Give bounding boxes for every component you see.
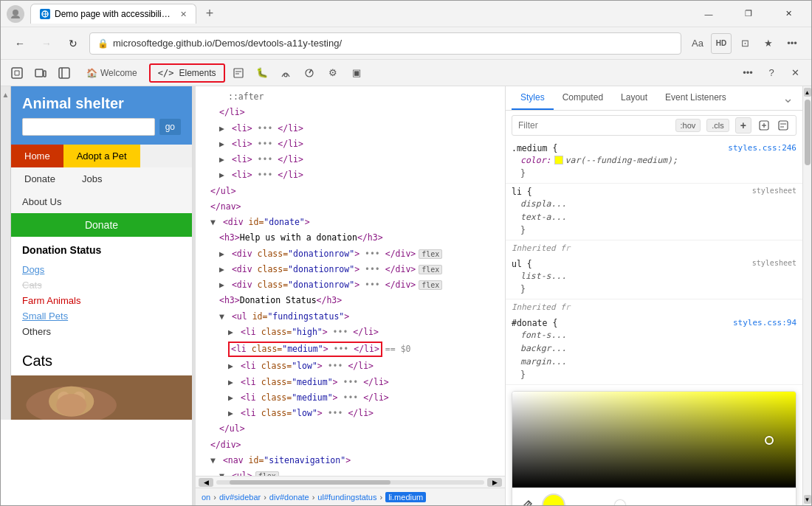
settings-tab[interactable]: ⚙ xyxy=(323,63,343,83)
search-input[interactable] xyxy=(22,118,155,136)
tab-welcome[interactable]: 🏠 Welcome xyxy=(78,63,146,83)
profile-avatar[interactable] xyxy=(7,5,24,23)
style-rule-ul: ul { stylesheet list-s... } xyxy=(506,256,802,299)
vertical-scrollbar[interactable]: ▲ ▼ xyxy=(802,86,811,505)
color-gradient[interactable] xyxy=(512,392,796,488)
cats-title: Cats xyxy=(11,347,192,375)
computed-style-icon[interactable] xyxy=(777,119,790,132)
color-controls: #ffff00 HEX ▲ ▼ xyxy=(512,488,796,505)
tab-event-listeners[interactable]: Event Listeners xyxy=(656,86,735,110)
horizontal-scrollbar[interactable]: ◀ ▶ xyxy=(196,476,505,488)
rule-property: backgr... xyxy=(512,342,796,355)
new-style-rule-icon[interactable] xyxy=(757,119,771,132)
devtools-right-icons: ••• ? ✕ xyxy=(737,63,805,83)
more-tools-tab[interactable]: ▣ xyxy=(346,63,367,83)
svg-point-0 xyxy=(13,10,18,15)
nav-home[interactable]: Home xyxy=(11,145,63,167)
browser-tab[interactable]: Demo page with accessibility issu ✕ xyxy=(30,4,196,24)
svg-rect-2 xyxy=(12,68,22,78)
breadcrumb-fundingstatus[interactable]: ul#fundingstatus xyxy=(317,493,376,502)
html-line: </li> xyxy=(196,105,505,120)
network-tab[interactable] xyxy=(275,63,296,83)
rule-closing: } xyxy=(512,283,796,296)
hd-button[interactable]: HD xyxy=(711,33,732,54)
cats-section: Cats xyxy=(11,347,192,420)
help-button[interactable]: ? xyxy=(761,63,782,83)
tab-title: Demo page with accessibility issu xyxy=(55,9,173,19)
styles-filter-bar: :hov .cls + xyxy=(512,115,796,136)
html-line: </ul> xyxy=(196,421,505,437)
pseudo-cls-button[interactable]: .cls xyxy=(706,119,729,132)
forward-button[interactable]: → xyxy=(36,33,57,54)
maximize-button[interactable]: ❐ xyxy=(732,1,765,27)
html-line: </div> xyxy=(196,437,505,453)
donate-banner[interactable]: Donate xyxy=(11,213,192,237)
expand-icon[interactable]: ⌄ xyxy=(780,86,796,110)
tab-computed[interactable]: Computed xyxy=(554,86,612,110)
html-line: ▶ <li> ••• </li> xyxy=(196,152,505,167)
tab-bar: Demo page with accessibility issu ✕ + xyxy=(30,4,692,24)
html-line: ▶ <li class="low"> ••• </li> xyxy=(196,406,505,421)
tab-close-btn[interactable]: ✕ xyxy=(180,10,187,19)
inspect-element-tool[interactable] xyxy=(7,63,27,83)
svg-line-24 xyxy=(527,502,530,505)
elements-icon: </> xyxy=(158,68,174,78)
rule-source[interactable]: styles.css:246 xyxy=(728,143,796,153)
new-tab-button[interactable]: + xyxy=(199,4,220,24)
close-button[interactable]: ✕ xyxy=(771,1,805,27)
nav-donate[interactable]: Donate xyxy=(11,167,69,190)
tab-styles[interactable]: Styles xyxy=(512,86,554,110)
nav-right-buttons: Aa HD ⊡ ★ ••• xyxy=(687,33,802,54)
rule-source[interactable]: stylesheet xyxy=(752,187,796,197)
styles-filter-input[interactable] xyxy=(518,120,670,131)
tab-layout[interactable]: Layout xyxy=(612,86,656,110)
html-line: ▼ <nav id="sitenavigation"> xyxy=(196,453,505,468)
close-devtools-button[interactable]: ✕ xyxy=(785,63,805,83)
selector-text: #donate { xyxy=(512,318,557,328)
refresh-button[interactable]: ↻ xyxy=(63,33,83,54)
address-bar[interactable]: 🔒 microsoftedge.github.io/Demos/devtools… xyxy=(89,32,681,55)
html-line: ▼ <div id="donate"> xyxy=(196,215,505,230)
pseudo-hov-button[interactable]: :hov xyxy=(675,119,701,132)
split-view-button[interactable]: ⊡ xyxy=(734,33,755,54)
breadcrumb-donate[interactable]: div#donate xyxy=(269,493,309,502)
search-button[interactable]: go xyxy=(159,119,181,135)
tab-favicon xyxy=(40,9,50,19)
html-line: ▶ <div class="donationrow"> ••• </div>fl… xyxy=(196,246,505,262)
funding-item-small: Small Pets xyxy=(22,308,181,324)
reader-mode-button[interactable]: Aa xyxy=(687,33,708,54)
selector-text: .medium { xyxy=(512,143,557,153)
title-bar-left xyxy=(7,5,24,23)
elements-tree[interactable]: ::after </li> ▶ <li> ••• </li> ▶ <li> ••… xyxy=(196,86,505,476)
debug-tab[interactable]: 🐛 xyxy=(252,63,272,83)
breadcrumb-on[interactable]: on xyxy=(202,493,210,502)
add-style-button[interactable]: + xyxy=(735,117,751,134)
device-emulation-tool[interactable] xyxy=(30,63,51,83)
nav-adopt[interactable]: Adopt a Pet xyxy=(63,145,140,167)
performance-tab[interactable] xyxy=(299,63,320,83)
eyedropper-button[interactable] xyxy=(518,496,536,505)
breadcrumb-current[interactable]: li.medium xyxy=(385,492,426,502)
minimize-button[interactable]: — xyxy=(692,1,726,27)
console-tab[interactable] xyxy=(228,63,249,83)
inherited-label-1: Inherited fr xyxy=(506,240,802,256)
breadcrumb-sidebar[interactable]: div#sidebar xyxy=(219,493,261,502)
rule-source[interactable]: styles.css:94 xyxy=(733,318,796,328)
selected-html-line[interactable]: <li class="medium"> ••• </li> == $0 xyxy=(196,340,505,358)
rule-source[interactable]: stylesheet xyxy=(752,259,796,269)
style-rule-donate: #donate { styles.css:94 font-s... backgr… xyxy=(506,315,802,385)
color-cursor[interactable] xyxy=(765,436,774,445)
more-button[interactable]: ••• xyxy=(782,33,802,54)
html-line: ▶ <li class="medium"> ••• </li> xyxy=(196,390,505,406)
browser-window: Demo page with accessibility issu ✕ + — … xyxy=(0,0,812,506)
tab-elements[interactable]: </> Elements xyxy=(149,63,225,83)
color-swatch[interactable] xyxy=(554,156,563,164)
style-rule-li: li { stylesheet displa... text-a... } xyxy=(506,184,802,240)
hue-thumb[interactable] xyxy=(615,500,625,505)
more-options-button[interactable]: ••• xyxy=(737,63,758,83)
back-button[interactable]: ← xyxy=(10,33,30,54)
nav-jobs[interactable]: Jobs xyxy=(69,167,115,190)
nav-about[interactable]: About Us xyxy=(11,190,192,213)
sidebar-toggle-tool[interactable] xyxy=(54,63,75,83)
favorites-button[interactable]: ★ xyxy=(758,33,779,54)
